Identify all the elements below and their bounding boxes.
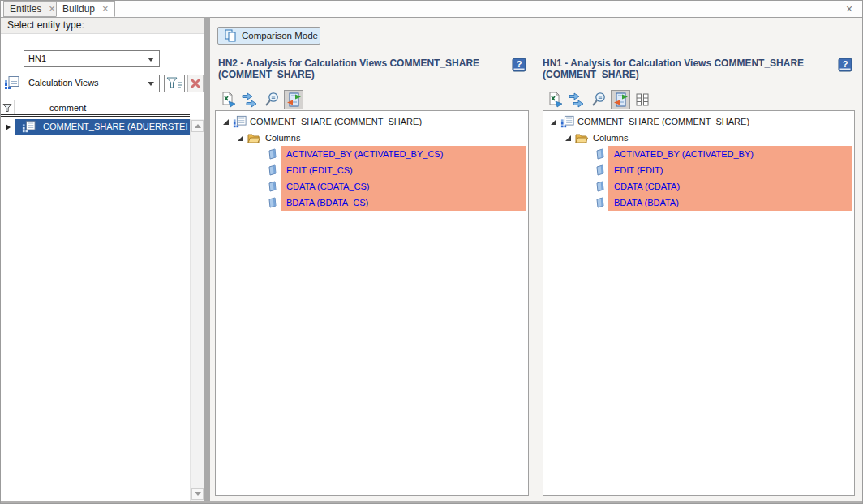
grid-filter-column[interactable] [1, 100, 15, 114]
tree-node-columns[interactable]: Columns [216, 130, 528, 146]
grid-header: comment [1, 100, 190, 117]
compare-merge-icon[interactable] [611, 90, 630, 109]
column-icon [595, 164, 605, 177]
system-dropdown-value: HN1 [28, 53, 46, 63]
tree-folder-label: Columns [593, 130, 628, 146]
app-window: Entities × Buildup × × Select entity typ… [0, 0, 863, 504]
tab-entities-close-icon[interactable]: × [49, 5, 55, 13]
grid-icon-column [15, 100, 45, 114]
help-book-icon[interactable]: ? [512, 58, 526, 72]
row-marker-icon [1, 119, 15, 135]
panel-hn2-toolbar [218, 90, 303, 109]
entity-dropdown[interactable]: Calculation Views [24, 75, 160, 92]
grid-comment-column-header[interactable]: comment [45, 100, 190, 114]
panel-hn1-toolbar [545, 90, 652, 109]
scroll-up-icon[interactable] [191, 120, 204, 132]
column-icon [268, 181, 277, 194]
column-label: ACTIVATED_BY (ACTIVATED_BY_CS) [286, 146, 443, 162]
clear-filter-button[interactable] [187, 75, 204, 92]
entity-type-label: Select entity type: [7, 19, 84, 31]
panel-hn2-title: HN2 - Analysis for Calculation Views COM… [218, 58, 510, 80]
tab-buildup-label: Buildup [62, 3, 95, 15]
tree-column-row[interactable]: BDATA (BDATA_CS) [216, 194, 528, 211]
tab-buildup[interactable]: Buildup × [56, 1, 115, 17]
help-book-icon[interactable]: ? [838, 58, 852, 72]
tree-column-row[interactable]: EDIT (EDIT) [543, 162, 854, 178]
tree-node-root[interactable]: COMMENT_SHARE (COMMENT_SHARE) [543, 113, 854, 130]
system-dropdown[interactable]: HN1 [24, 50, 160, 67]
comparison-area: Comparison Mode HN2 - Analysis for Calcu… [210, 17, 863, 501]
comparison-mode-button[interactable]: Comparison Mode [217, 27, 320, 45]
sidebar: Select entity type: HN1 Calculation View… [1, 17, 204, 501]
filter-button[interactable] [164, 75, 185, 92]
column-label: CDATA (CDATA_CS) [286, 178, 369, 194]
zoom-details-icon[interactable] [262, 90, 281, 109]
tree-node-columns[interactable]: Columns [543, 130, 854, 146]
folder-open-icon [575, 133, 588, 145]
compare-merge-icon[interactable] [284, 90, 303, 109]
panel-hn1-tree: COMMENT_SHARE (COMMENT_SHARE) Columns AC… [543, 110, 855, 496]
calculation-view-icon [233, 115, 247, 130]
selected-row[interactable]: COMMENT_SHARE (ADUERRSTEIN_T [15, 119, 190, 135]
panel-hn1-title: HN1 - Analysis for Calculation Views COM… [543, 58, 835, 80]
column-icon [268, 197, 277, 210]
tree-column-row[interactable]: CDATA (CDATA_CS) [216, 178, 528, 194]
export-excel-icon[interactable] [545, 90, 565, 109]
zoom-details-icon[interactable] [589, 90, 608, 109]
tree-column-row[interactable]: EDIT (EDIT_CS) [216, 162, 528, 178]
selected-row-label: COMMENT_SHARE (ADUERRSTEIN_T [43, 119, 188, 135]
tab-buildup-close-icon[interactable]: × [102, 5, 109, 13]
column-icon [268, 148, 277, 161]
tree-node-root[interactable]: COMMENT_SHARE (COMMENT_SHARE) [216, 113, 528, 130]
window-bottom-bar [1, 501, 862, 504]
pane-close-icon[interactable]: × [843, 2, 856, 15]
column-label: EDIT (EDIT_CS) [286, 162, 353, 178]
folder-open-icon [247, 133, 260, 145]
expander-expanded-icon[interactable] [565, 135, 572, 142]
tree-folder-label: Columns [265, 130, 300, 146]
column-label: BDATA (BDATA_CS) [286, 194, 368, 211]
grid-columns-icon[interactable] [633, 90, 652, 109]
tree-root-label: COMMENT_SHARE (COMMENT_SHARE) [250, 113, 422, 130]
expander-expanded-icon[interactable] [237, 135, 244, 142]
tree-column-row[interactable]: ACTIVATED_BY (ACTIVATED_BY) [543, 146, 854, 162]
column-label: ACTIVATED_BY (ACTIVATED_BY) [614, 146, 754, 162]
export-excel-icon[interactable] [218, 90, 238, 109]
tree-column-row[interactable]: ACTIVATED_BY (ACTIVATED_BY_CS) [216, 146, 528, 162]
calculation-view-icon [4, 75, 19, 92]
calculation-view-icon [22, 120, 36, 135]
calculation-view-icon [560, 115, 574, 130]
panel-hn2-tree: COMMENT_SHARE (COMMENT_SHARE) Columns AC… [215, 110, 529, 496]
column-label: CDATA (CDATA) [614, 178, 680, 194]
red-x-icon [190, 78, 201, 89]
tab-entities-label: Entities [10, 3, 41, 15]
chevron-down-icon [148, 82, 154, 86]
column-label: BDATA (BDATA) [614, 194, 679, 211]
svg-text:?: ? [517, 59, 522, 69]
expander-expanded-icon[interactable] [550, 118, 557, 126]
trace-arrows-icon[interactable] [567, 90, 586, 109]
comparison-mode-label: Comparison Mode [242, 31, 318, 41]
scroll-down-icon[interactable] [191, 488, 204, 500]
expander-expanded-icon[interactable] [222, 118, 230, 126]
tree-column-row[interactable]: CDATA (CDATA) [543, 178, 854, 194]
funnel-icon [2, 103, 12, 113]
svg-text:?: ? [843, 59, 848, 69]
tab-entities[interactable]: Entities × [3, 1, 62, 17]
entity-dropdown-value: Calculation Views [28, 78, 99, 88]
entity-type-header: Select entity type: [1, 17, 204, 34]
column-icon [595, 148, 605, 161]
tree-column-row[interactable]: BDATA (BDATA) [543, 194, 854, 211]
column-icon [595, 197, 605, 210]
tree-root-label: COMMENT_SHARE (COMMENT_SHARE) [577, 113, 749, 130]
splitter-handle[interactable] [204, 17, 210, 501]
column-label: EDIT (EDIT) [614, 162, 663, 178]
tab-bar: Entities × Buildup × × [1, 1, 862, 17]
copy-pages-icon [224, 29, 237, 42]
chevron-down-icon [148, 58, 154, 62]
sidebar-scrollbar[interactable] [190, 119, 204, 501]
column-icon [268, 164, 277, 177]
trace-arrows-icon[interactable] [240, 90, 260, 109]
funnel-list-icon [165, 76, 183, 91]
table-row[interactable]: COMMENT_SHARE (ADUERRSTEIN_T [1, 119, 190, 135]
